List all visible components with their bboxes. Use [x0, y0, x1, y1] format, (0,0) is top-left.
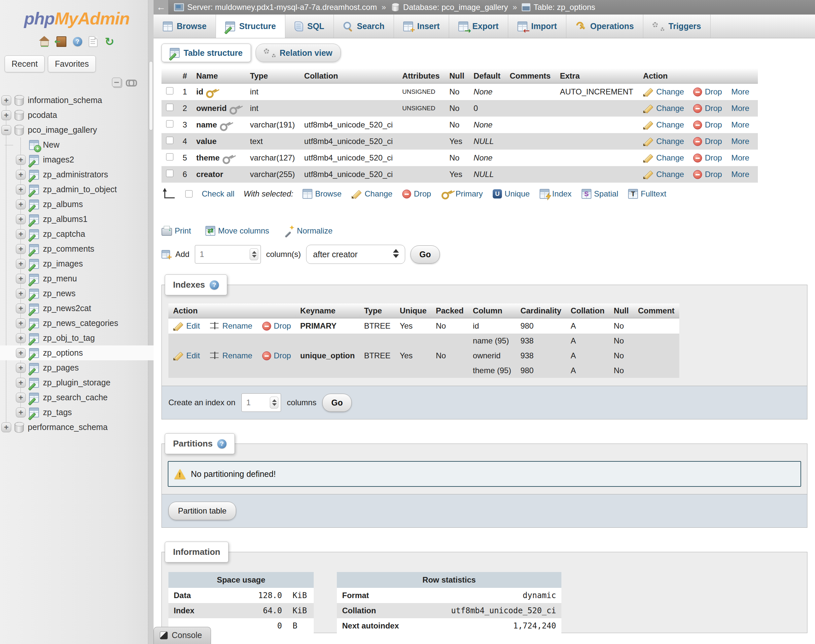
- more-link[interactable]: More: [731, 170, 749, 179]
- drop-link[interactable]: Drop: [693, 170, 722, 179]
- tree-expander-plus[interactable]: +: [2, 110, 11, 120]
- link-panel-icon[interactable]: [126, 79, 137, 86]
- print-link[interactable]: Print: [161, 226, 191, 236]
- drop-link[interactable]: Drop: [693, 153, 722, 163]
- partitions-help-icon[interactable]: ?: [217, 439, 227, 448]
- more-link[interactable]: More: [731, 104, 749, 113]
- tree-item-zp-images[interactable]: +zp_images: [0, 256, 153, 271]
- with-selected-fulltext[interactable]: TFulltext: [628, 189, 666, 199]
- tree-expander-plus[interactable]: +: [16, 170, 26, 179]
- tree-expander-plus[interactable]: +: [16, 408, 26, 417]
- with-selected-unique[interactable]: UUnique: [493, 189, 530, 198]
- tree-item-zp-news2cat[interactable]: +zp_news2cat: [0, 301, 153, 316]
- tab-import[interactable]: Import: [508, 15, 567, 38]
- tree-item-zp-tags[interactable]: +zp_tags: [0, 405, 153, 420]
- tab-relation-view[interactable]: Relation view: [256, 44, 341, 62]
- change-link[interactable]: Change: [643, 120, 684, 130]
- with-selected-browse[interactable]: Browse: [302, 189, 342, 199]
- index-edit-link[interactable]: Edit: [173, 351, 200, 360]
- tree-item-pcodata[interactable]: +pcodata: [0, 108, 153, 123]
- row-checkbox[interactable]: [166, 153, 173, 161]
- tree-expander-plus[interactable]: +: [2, 422, 11, 432]
- with-selected-drop[interactable]: Drop: [402, 189, 431, 198]
- favorites-button[interactable]: Favorites: [48, 55, 96, 72]
- tree-item-zp-search-cache[interactable]: +zp_search_cache: [0, 390, 153, 405]
- breadcrumb-server[interactable]: Server: muldowney.pdx1-mysql-a7-7a.dream…: [174, 3, 377, 12]
- with-selected-change[interactable]: Change: [351, 189, 392, 199]
- tab-browse[interactable]: Browse: [153, 15, 216, 38]
- tree-item-new[interactable]: New: [0, 137, 153, 152]
- recent-button[interactable]: Recent: [5, 55, 44, 72]
- collapse-all-icon[interactable]: [112, 78, 121, 87]
- add-column-go-button[interactable]: Go: [411, 245, 440, 264]
- indexes-help-icon[interactable]: ?: [210, 281, 219, 290]
- tree-item-zp-admin-to-object[interactable]: +zp_admin_to_object: [0, 182, 153, 197]
- row-checkbox[interactable]: [166, 120, 173, 127]
- row-checkbox[interactable]: [166, 87, 173, 95]
- drop-link[interactable]: Drop: [693, 87, 722, 97]
- tree-item-zp-obj-to-tag[interactable]: +zp_obj_to_tag: [0, 331, 153, 345]
- tree-item-zp-albums1[interactable]: +zp_albums1: [0, 212, 153, 227]
- tab-table-structure[interactable]: Table structure: [161, 44, 251, 62]
- tree-item-zp-albums[interactable]: +zp_albums: [0, 197, 153, 212]
- check-all-label[interactable]: Check all: [202, 189, 234, 198]
- tree-item-zp-plugin-storage[interactable]: +zp_plugin_storage: [0, 375, 153, 390]
- tab-structure[interactable]: Structure: [216, 15, 285, 38]
- move-columns-link[interactable]: ⇄Move columns: [205, 226, 269, 236]
- tree-item-performance-schema[interactable]: +performance_schema: [0, 420, 153, 435]
- documentation-icon[interactable]: [89, 36, 97, 47]
- index-rename-link[interactable]: Rename: [210, 321, 252, 331]
- logout-icon[interactable]: [57, 36, 66, 47]
- tree-item-zp-comments[interactable]: +zp_comments: [0, 241, 153, 256]
- tree-expander-plus[interactable]: +: [16, 378, 26, 388]
- change-link[interactable]: Change: [643, 87, 684, 97]
- tree-expander-plus[interactable]: +: [16, 229, 26, 239]
- stepper-icon[interactable]: [250, 248, 258, 260]
- tree-item-zp-administrators[interactable]: +zp_administrators: [0, 167, 153, 182]
- tree-expander-plus[interactable]: +: [16, 244, 26, 254]
- tree-expander-plus[interactable]: +: [16, 348, 26, 358]
- tree-expander-plus[interactable]: +: [16, 304, 26, 313]
- position-select[interactable]: after creator: [306, 245, 405, 264]
- tree-item-pco-image-gallery[interactable]: −pco_image_gallery: [0, 123, 153, 137]
- create-index-go-button[interactable]: Go: [322, 394, 352, 412]
- tree-item-zp-options[interactable]: +zp_options: [0, 345, 153, 360]
- tree-expander-minus[interactable]: −: [2, 125, 11, 135]
- tree-expander-plus[interactable]: +: [16, 155, 26, 165]
- index-rename-link[interactable]: Rename: [210, 351, 252, 360]
- change-link[interactable]: Change: [643, 169, 684, 179]
- tree-expander-plus[interactable]: +: [16, 185, 26, 195]
- row-checkbox[interactable]: [166, 137, 173, 144]
- more-link[interactable]: More: [731, 153, 749, 163]
- partition-table-button[interactable]: Partition table: [169, 501, 236, 520]
- more-link[interactable]: More: [731, 87, 749, 97]
- tree-expander-plus[interactable]: +: [16, 259, 26, 269]
- tree-expander-plus[interactable]: +: [16, 199, 26, 209]
- tab-search[interactable]: Search: [334, 15, 394, 38]
- breadcrumb-table[interactable]: Table: zp_options: [522, 3, 595, 12]
- tab-insert[interactable]: Insert: [394, 15, 449, 38]
- back-button[interactable]: ←: [153, 0, 169, 15]
- refresh-icon[interactable]: ↻: [104, 36, 115, 47]
- check-all-checkbox[interactable]: [185, 190, 193, 198]
- drop-link[interactable]: Drop: [693, 104, 722, 113]
- change-link[interactable]: Change: [643, 103, 684, 113]
- index-edit-link[interactable]: Edit: [173, 321, 200, 331]
- phpmyadmin-logo[interactable]: phpMyAdmin: [0, 0, 153, 28]
- tab-sql[interactable]: SQL: [285, 15, 334, 38]
- tree-expander-plus[interactable]: +: [16, 274, 26, 284]
- index-drop-link[interactable]: Drop: [262, 351, 291, 360]
- home-icon[interactable]: [38, 37, 50, 47]
- change-link[interactable]: Change: [643, 136, 684, 146]
- tree-expander-plus[interactable]: +: [16, 289, 26, 299]
- with-selected-spatial[interactable]: SSpatial: [582, 189, 618, 199]
- tree-item-zp-news-categories[interactable]: +zp_news_categories: [0, 316, 153, 331]
- row-checkbox[interactable]: [166, 170, 173, 177]
- more-link[interactable]: More: [731, 137, 749, 146]
- tree-expander-plus[interactable]: +: [16, 363, 26, 373]
- tree-item-zp-menu[interactable]: +zp_menu: [0, 271, 153, 286]
- row-checkbox[interactable]: [166, 104, 173, 111]
- tree-expander-plus[interactable]: +: [2, 95, 11, 105]
- tree-expander-plus[interactable]: +: [16, 393, 26, 403]
- change-link[interactable]: Change: [643, 153, 684, 163]
